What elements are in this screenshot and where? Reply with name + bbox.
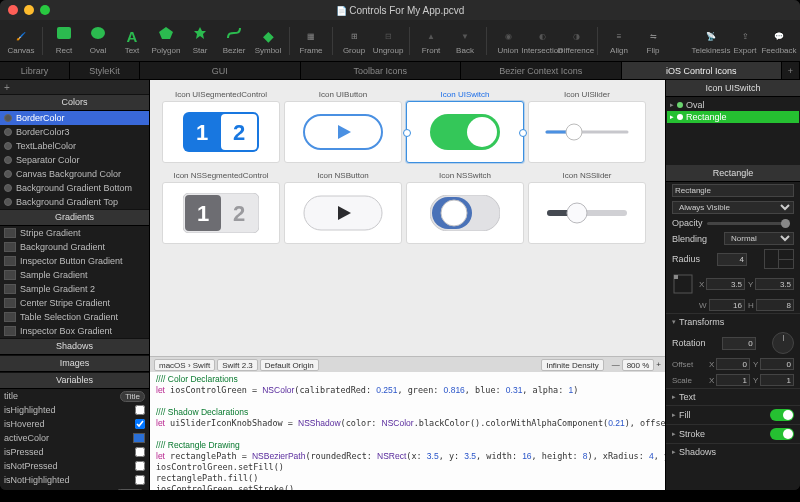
- canvas-item[interactable]: Icon UISlider: [528, 90, 646, 163]
- shape-name-field[interactable]: [672, 184, 794, 197]
- tool-front[interactable]: ▲Front: [414, 26, 448, 55]
- offset-x-field[interactable]: [716, 358, 750, 370]
- tab-add[interactable]: +: [782, 62, 800, 79]
- tool-ungroup[interactable]: ⊟Ungroup: [371, 26, 405, 55]
- fill-toggle[interactable]: [770, 409, 794, 421]
- tool-flip[interactable]: ⇋Flip: [636, 26, 670, 55]
- rotation-dial[interactable]: [772, 332, 794, 354]
- blending-select[interactable]: Normal: [724, 232, 794, 245]
- stroke-section[interactable]: Stroke: [679, 429, 705, 439]
- add-color-button[interactable]: +: [0, 82, 14, 93]
- code-view[interactable]: //// Color Declarations let iosControlGr…: [150, 372, 665, 490]
- fill-section[interactable]: Fill: [679, 410, 691, 420]
- tab-library[interactable]: Library: [0, 62, 70, 79]
- canvas-item[interactable]: Icon NSButton: [284, 171, 402, 244]
- gradient-row[interactable]: Table Selection Gradient: [0, 310, 149, 324]
- tool-star[interactable]: Star: [183, 26, 217, 55]
- color-row[interactable]: BorderColor3: [0, 125, 149, 139]
- scale-x-field[interactable]: [716, 374, 750, 386]
- tool-back[interactable]: ▼Back: [448, 26, 482, 55]
- platform-select[interactable]: macOS › Swift: [154, 359, 215, 371]
- density-select[interactable]: Infinite Density: [541, 359, 603, 371]
- canvas-item[interactable]: Icon UIButton: [284, 90, 402, 163]
- tool-feedback[interactable]: 💬Feedback: [762, 26, 796, 55]
- tab-bezier-icons[interactable]: Bezier Context Icons: [461, 62, 622, 79]
- tool-text[interactable]: AText: [115, 26, 149, 55]
- var-row[interactable]: activeColor: [0, 431, 149, 445]
- outline-item-selected[interactable]: ▸Rectangle: [667, 111, 799, 123]
- gradient-row[interactable]: Inspector Button Gradient: [0, 254, 149, 268]
- canvas-area[interactable]: Icon UISegmentedControl12 Icon UIButton …: [150, 80, 665, 356]
- canvas-item[interactable]: Icon NSSwitch: [406, 171, 524, 244]
- visibility-select[interactable]: Always Visible: [672, 201, 794, 214]
- shadows-inspector-section[interactable]: Shadows: [679, 447, 716, 457]
- tool-oval[interactable]: Oval: [81, 26, 115, 55]
- tab-gui[interactable]: GUI: [140, 62, 301, 79]
- outline-item[interactable]: ▸Oval: [670, 99, 796, 111]
- rotation-field[interactable]: [722, 337, 756, 350]
- var-row[interactable]: isNotHighlighted: [0, 473, 149, 487]
- transforms-header[interactable]: Transforms: [679, 317, 724, 327]
- tool-bezier[interactable]: Bezier: [217, 26, 251, 55]
- tool-export[interactable]: ⇪Export: [728, 26, 762, 55]
- offset-y-field[interactable]: [760, 358, 794, 370]
- color-row[interactable]: TextLabelColor: [0, 139, 149, 153]
- color-row[interactable]: Background Gradient Top: [0, 195, 149, 209]
- tool-canvas[interactable]: 🖌️Canvas: [4, 26, 38, 55]
- outline-header: Icon UISwitch: [666, 80, 800, 97]
- var-row[interactable]: isHovered: [0, 417, 149, 431]
- y-field[interactable]: [755, 278, 794, 290]
- tool-telekinesis[interactable]: 📡Telekinesis: [694, 26, 728, 55]
- origin-select[interactable]: Default Origin: [260, 359, 319, 371]
- corner-radius-picker[interactable]: [764, 249, 794, 269]
- var-row[interactable]: isPressed: [0, 445, 149, 459]
- tool-difference[interactable]: ◑Difference: [559, 26, 593, 55]
- w-field[interactable]: [709, 299, 745, 311]
- tool-rect[interactable]: Rect: [47, 26, 81, 55]
- gradient-row[interactable]: Inspector Box Gradient: [0, 324, 149, 338]
- tool-intersection[interactable]: ◐Intersection: [525, 26, 559, 55]
- scale-y-field[interactable]: [760, 374, 794, 386]
- canvas-item[interactable]: Icon NSSlider: [528, 171, 646, 244]
- tab-ios-icons[interactable]: iOS Control Icons: [622, 62, 783, 79]
- library-panel: + Colors BorderColor BorderColor3 TextLa…: [0, 80, 150, 490]
- var-row[interactable]: isNotPressed: [0, 459, 149, 473]
- var-row[interactable]: titleTitle: [0, 389, 149, 403]
- color-row[interactable]: Canvas Background Color: [0, 167, 149, 181]
- radius-field[interactable]: [717, 253, 747, 266]
- svg-text:2: 2: [233, 201, 245, 226]
- canvas-tabs: Library StyleKit GUI Toolbar Icons Bezie…: [0, 62, 800, 80]
- color-row[interactable]: Separator Color: [0, 153, 149, 167]
- tool-symbol[interactable]: ◆Symbol: [251, 26, 285, 55]
- gradient-row[interactable]: Background Gradient: [0, 240, 149, 254]
- tool-group[interactable]: ⊞Group: [337, 26, 371, 55]
- var-row[interactable]: isHighlighted: [0, 403, 149, 417]
- tool-union[interactable]: ◉Union: [491, 26, 525, 55]
- swift-select[interactable]: Swift 2.3: [217, 359, 258, 371]
- x-field[interactable]: [706, 278, 745, 290]
- color-row[interactable]: Background Gradient Bottom: [0, 181, 149, 195]
- tab-toolbar-icons[interactable]: Toolbar Icons: [301, 62, 462, 79]
- frame-origin-icon[interactable]: [672, 273, 694, 295]
- tool-frame[interactable]: ▦Frame: [294, 26, 328, 55]
- color-row[interactable]: BorderColor: [0, 111, 149, 125]
- titlebar: Controls For My App.pcvd: [0, 0, 800, 20]
- var-row[interactable]: labelLabel: [0, 487, 149, 490]
- canvas-item[interactable]: Icon NSSegmentedControl12: [162, 171, 280, 244]
- tool-align[interactable]: ≡Align: [602, 26, 636, 55]
- zoom-value[interactable]: 800 %: [622, 359, 655, 371]
- svg-text:1: 1: [196, 120, 208, 145]
- gradient-row[interactable]: Sample Gradient: [0, 268, 149, 282]
- tool-polygon[interactable]: Polygon: [149, 26, 183, 55]
- text-section[interactable]: Text: [679, 392, 696, 402]
- h-field[interactable]: [756, 299, 794, 311]
- gradient-row[interactable]: Center Stripe Gradient: [0, 296, 149, 310]
- tab-stylekit[interactable]: StyleKit: [70, 62, 140, 79]
- gradient-row[interactable]: Stripe Gradient: [0, 226, 149, 240]
- canvas-item-selected[interactable]: Icon UISwitch: [406, 90, 524, 163]
- svg-text:2: 2: [233, 120, 245, 145]
- opacity-slider[interactable]: [707, 222, 790, 225]
- canvas-item[interactable]: Icon UISegmentedControl12: [162, 90, 280, 163]
- gradient-row[interactable]: Sample Gradient 2: [0, 282, 149, 296]
- stroke-toggle[interactable]: [770, 428, 794, 440]
